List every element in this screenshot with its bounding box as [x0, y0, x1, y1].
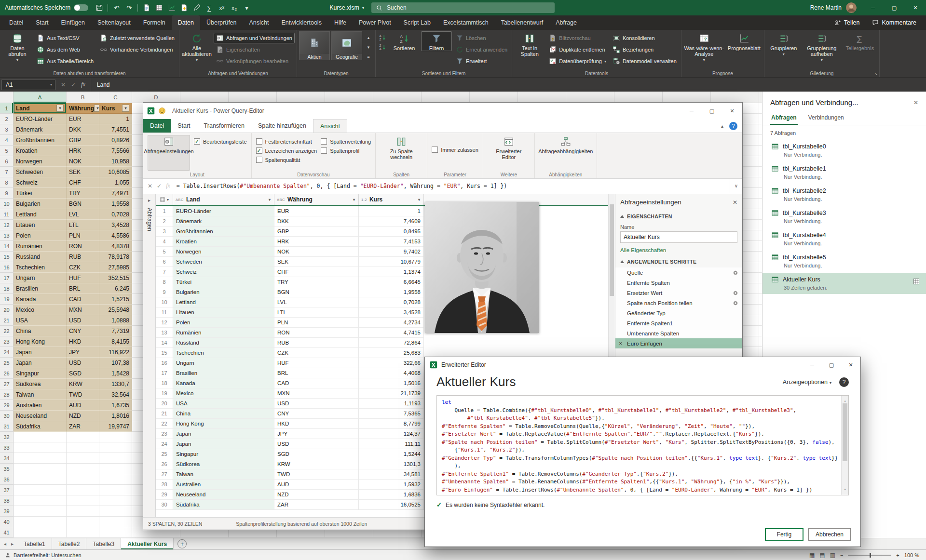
- redo-button[interactable]: ↷: [123, 1, 135, 14]
- applied-step-entfernte-spalten1[interactable]: Entfernte Spalten1: [615, 318, 742, 328]
- sheet-cell[interactable]: Norwegen: [14, 156, 67, 167]
- row-header-26[interactable]: 26: [0, 368, 14, 379]
- pq-cell[interactable]: 1,1374: [359, 267, 424, 277]
- cancel-button[interactable]: Abbrechen: [808, 528, 851, 541]
- pq-row-number[interactable]: 16: [156, 358, 173, 368]
- pq-cell[interactable]: BRL: [274, 368, 359, 378]
- view-page-layout-icon[interactable]: ▤: [819, 552, 825, 559]
- row-header-16[interactable]: 16: [0, 262, 14, 273]
- superscript-icon[interactable]: x²: [216, 1, 228, 14]
- sheet-cell[interactable]: Mexico: [14, 305, 67, 315]
- qat-more-chevron-icon[interactable]: ▾: [241, 1, 253, 14]
- sheet-cell[interactable]: [67, 453, 99, 464]
- pq-cell[interactable]: Kanada: [173, 378, 274, 388]
- sheet-cell[interactable]: [14, 442, 67, 453]
- pq-cell[interactable]: GBP: [274, 227, 359, 237]
- sheet-cell[interactable]: [99, 517, 132, 527]
- table-icon[interactable]: [153, 1, 165, 14]
- filter-dropdown-icon[interactable]: ▾: [56, 105, 64, 112]
- pq-row-number[interactable]: 2: [156, 216, 173, 227]
- filter-button[interactable]: Filtern: [421, 31, 452, 51]
- ribbon-tab-tabellenentwurf[interactable]: Tabellenentwurf: [495, 15, 550, 30]
- sheet-cell[interactable]: Ungarn: [14, 273, 67, 283]
- sheet-cell[interactable]: 3,4528: [99, 220, 132, 230]
- row-header-9[interactable]: 9: [0, 188, 14, 199]
- sheet-cell[interactable]: [67, 495, 99, 506]
- sheet-cell[interactable]: [14, 453, 67, 464]
- maximize-button[interactable]: ▢: [884, 0, 905, 15]
- all-properties-link[interactable]: Alle Eigenschaften: [615, 243, 742, 256]
- pq-cell[interactable]: 1,5932: [359, 480, 424, 490]
- sheet-cell[interactable]: Tschechien: [14, 262, 67, 273]
- sheet-cell[interactable]: KRW: [67, 379, 99, 389]
- pq-cell[interactable]: Taiwan: [173, 469, 274, 480]
- pq-cell[interactable]: 10,6779: [359, 257, 424, 267]
- what-if-analysis-button[interactable]: Was-wäre-wenn-Analyse▾: [683, 31, 725, 62]
- pq-row-number[interactable]: 3: [156, 227, 173, 237]
- pq-cell[interactable]: TRY: [274, 277, 359, 287]
- chart-icon[interactable]: [165, 1, 177, 14]
- sheet-nav-right-icon[interactable]: ▸: [11, 541, 14, 547]
- sheet-cell[interactable]: LVL: [67, 209, 99, 220]
- pq-cell[interactable]: LTL: [274, 307, 359, 318]
- sheet-cell[interactable]: [14, 527, 67, 538]
- subscript-icon[interactable]: x₂: [228, 1, 240, 14]
- pq-cell[interactable]: 34,581: [359, 469, 424, 480]
- row-header-18[interactable]: 18: [0, 283, 14, 294]
- sheet-cell[interactable]: [67, 432, 99, 442]
- step-settings-gear-icon[interactable]: [733, 300, 738, 306]
- pq-cell[interactable]: RON: [274, 328, 359, 338]
- sigma-icon[interactable]: ∑: [203, 1, 215, 14]
- pq-cell[interactable]: 4,4068: [359, 368, 424, 378]
- code-scrollbar[interactable]: ▴▾: [841, 396, 848, 495]
- ribbon-tab-hilfe[interactable]: Hilfe: [328, 15, 353, 30]
- sheet-cell[interactable]: [99, 474, 132, 485]
- sort-button[interactable]: Sortieren: [389, 31, 420, 51]
- row-header-28[interactable]: 28: [0, 389, 14, 400]
- sheet-cell[interactable]: GBP: [67, 135, 99, 146]
- pq-profiling-status[interactable]: Spaltenprofilerstellung basierend auf ob…: [236, 521, 367, 527]
- pq-cell[interactable]: RUB: [274, 338, 359, 348]
- ribbon-tab-daten[interactable]: Daten: [172, 15, 200, 30]
- pq-cell[interactable]: 0,8495: [359, 227, 424, 237]
- pq-cell[interactable]: 1,5016: [359, 378, 424, 388]
- view-normal-icon[interactable]: ▦: [809, 552, 815, 559]
- collapse-ribbon-icon[interactable]: ▴: [721, 123, 723, 129]
- sheet-cell[interactable]: TRY: [67, 188, 99, 199]
- scrollbar-thumb[interactable]: [610, 204, 614, 296]
- pq-cell[interactable]: KRW: [274, 459, 359, 469]
- grid-table-menu[interactable]: ▾: [156, 194, 173, 205]
- sheet-cell[interactable]: SEK: [67, 167, 99, 177]
- insert-function-icon[interactable]: fx: [81, 81, 85, 88]
- zoom-in-button[interactable]: +: [896, 552, 899, 558]
- query-item-aktueller-kurs[interactable]: Aktueller Kurs30 Zeilen geladen.: [763, 273, 926, 294]
- ribbon-tab-start[interactable]: Start: [29, 15, 54, 30]
- pq-cell[interactable]: 1,5244: [359, 449, 424, 459]
- column-header-A[interactable]: A: [14, 92, 67, 103]
- pq-cell[interactable]: Türkei: [173, 277, 274, 287]
- sheet-cell[interactable]: Japan: [14, 358, 67, 368]
- pq-cell[interactable]: Neuseeland: [173, 490, 274, 500]
- sort-za-button[interactable]: [378, 42, 387, 52]
- pq-cell[interactable]: 1,1193: [359, 399, 424, 409]
- table-header-cell-land[interactable]: Land▾: [14, 103, 67, 114]
- pq-cell[interactable]: ZAR: [274, 500, 359, 510]
- pq-row-number[interactable]: 12: [156, 318, 173, 328]
- sheet-cell[interactable]: Neuseeland: [14, 411, 67, 421]
- dialog-launcher-icon[interactable]: ↘: [874, 71, 878, 76]
- pq-cell[interactable]: 7,4609: [359, 216, 424, 227]
- sheet-cell[interactable]: AUD: [67, 400, 99, 411]
- pq-cell[interactable]: NZD: [274, 490, 359, 500]
- row-header-12[interactable]: 12: [0, 220, 14, 230]
- cancel-entry-icon[interactable]: ✕: [61, 81, 66, 88]
- sheet-cell[interactable]: [14, 464, 67, 474]
- sheet-cell[interactable]: CAD: [67, 294, 99, 305]
- pq-cell[interactable]: Hong Kong: [173, 419, 274, 429]
- zoom-slider-knob[interactable]: [870, 553, 871, 558]
- pq-cell[interactable]: DKK: [274, 216, 359, 227]
- step-settings-gear-icon[interactable]: [733, 290, 738, 296]
- sheet-cell[interactable]: 32,564: [99, 389, 132, 400]
- sheet-cell[interactable]: SGD: [67, 368, 99, 379]
- pq-cell[interactable]: Russland: [173, 338, 274, 348]
- edit-links-button[interactable]: Verknüpfungen bearbeiten: [214, 56, 295, 67]
